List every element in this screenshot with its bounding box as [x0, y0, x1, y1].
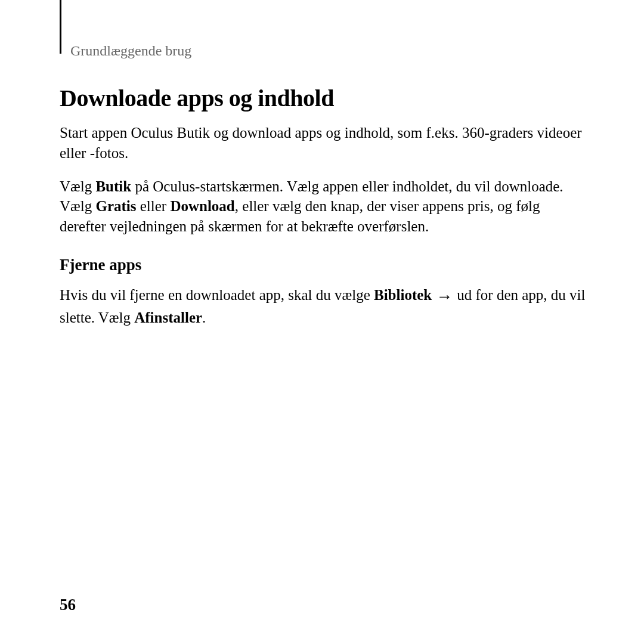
- bold-butik: Butik: [95, 178, 131, 194]
- bold-gratis: Gratis: [95, 198, 136, 214]
- arrow-icon: →: [432, 287, 457, 305]
- remove-apps-paragraph: Hvis du vil fjerne en downloadet app, sk…: [60, 285, 587, 328]
- bold-bibliotek: Bibliotek: [374, 287, 432, 303]
- bold-download: Download: [170, 198, 234, 214]
- header-rule: [60, 0, 61, 54]
- subheading-fjerne-apps: Fjerne apps: [60, 256, 587, 274]
- text-run: eller: [136, 198, 170, 214]
- document-page: Grundlæggende brug Downloade apps og ind…: [0, 0, 644, 365]
- page-number: 56: [60, 596, 76, 614]
- bold-afinstaller: Afinstaller: [134, 309, 202, 326]
- text-run: Vælg: [60, 178, 95, 194]
- section-label: Grundlæggende brug: [70, 36, 587, 59]
- text-run: Hvis du vil fjerne en downloadet app, sk…: [60, 287, 374, 303]
- intro-paragraph: Start appen Oculus Butik og download app…: [60, 123, 587, 163]
- text-run: .: [202, 309, 206, 326]
- page-title: Downloade apps og indhold: [60, 84, 587, 112]
- instructions-paragraph: Vælg Butik på Oculus-startskærmen. Vælg …: [60, 177, 587, 237]
- page-header: Grundlæggende brug: [60, 36, 587, 59]
